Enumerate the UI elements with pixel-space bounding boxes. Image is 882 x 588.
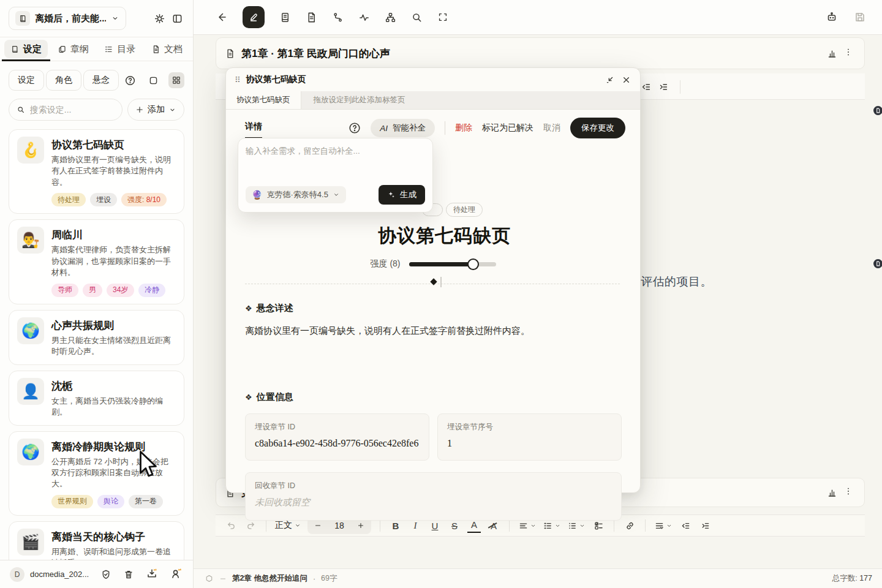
slider-knob[interactable] [467, 258, 479, 270]
member-crown-icon[interactable] [170, 567, 183, 582]
export-crown-icon[interactable] [146, 567, 159, 582]
username: docmedia_202... [30, 570, 89, 579]
undo-button[interactable] [224, 518, 238, 533]
setting-card[interactable]: 🌍 心声共振规则 男主只能在女主情绪强烈且近距离时听见心声。 [9, 310, 184, 365]
suspense-body[interactable]: 离婚协议里有一页编号缺失，说明有人在正式签字前替换过附件内容。 [245, 324, 621, 338]
outdent-button[interactable] [679, 518, 692, 533]
workspace-switcher[interactable]: 离婚后，前夫能... [9, 7, 126, 30]
tab-docs[interactable]: 文档 [145, 40, 189, 58]
buried-chapter-order-field[interactable]: 埋设章节序号 1 [437, 413, 622, 461]
tag-badge: 世界规则 [51, 495, 93, 508]
shield-check-icon[interactable] [100, 569, 111, 580]
tab-toc[interactable]: 目录 [98, 40, 141, 58]
generate-button[interactable]: 生成 [379, 185, 425, 205]
dialog-tab-drop-hint[interactable]: 拖放设定到此处添加标签页 [301, 91, 418, 109]
divider [380, 519, 380, 532]
recycle-chapter-id-field[interactable]: 回收章节 ID 未回收或留空 [245, 472, 622, 521]
help-button[interactable] [122, 72, 138, 88]
tag-badge: 舆论 [97, 495, 124, 508]
dialog-tab[interactable]: 协议第七码缺页 [226, 91, 301, 109]
minimize-button[interactable] [605, 75, 615, 85]
ai-autocomplete-button[interactable]: AI智能补全 [371, 119, 435, 137]
workspace-title: 离婚后，前夫能... [35, 13, 106, 24]
filter-characters[interactable]: 角色 [46, 70, 81, 91]
detail-tab[interactable]: 详情 [245, 121, 262, 135]
tab-outline[interactable]: 章纲 [51, 40, 95, 58]
sidebar-header: 离婚后，前夫能... [0, 0, 193, 37]
current-chapter-label[interactable]: 第2章 他忽然开始追问 [232, 573, 307, 584]
settings-gear-button[interactable] [154, 13, 165, 24]
ai-request-input[interactable] [246, 146, 425, 185]
buried-chapter-id-field[interactable]: 埋设章节 ID c8ab6a14-e902-458d-9776-056ec42e… [245, 413, 429, 461]
pages-icon [58, 45, 67, 54]
edit-mode-button[interactable] [243, 6, 265, 28]
back-button[interactable] [216, 11, 228, 23]
search-box [9, 99, 123, 121]
chapter1-header[interactable]: 第1章 · 第1章 民政局门口的心声 [216, 37, 865, 69]
add-setting-button[interactable]: 添加 [127, 99, 184, 121]
annotation-marker-icon[interactable] [873, 259, 882, 268]
notebook-view-button[interactable] [279, 12, 291, 23]
activity-view-button[interactable] [358, 12, 370, 23]
link-button[interactable] [623, 518, 636, 533]
ai-complete-popup: 🔮 克劳德·索奈特4.5 生成 [238, 138, 433, 213]
setting-heading[interactable]: 协议第七码缺页 [378, 224, 511, 249]
setting-card[interactable]: 🪝 协议第七码缺页 离婚协议里有一页编号缺失，说明有人在正式签字前替换过附件内容… [9, 129, 184, 214]
close-button[interactable] [621, 75, 631, 85]
paragraph-style-select[interactable]: 正文 [275, 520, 301, 531]
filter-suspense[interactable]: 悬念 [83, 70, 119, 91]
strength-slider[interactable] [409, 262, 496, 266]
delete-button[interactable]: 删除 [455, 123, 472, 134]
filter-settings[interactable]: 设定 [9, 70, 44, 91]
divider [680, 80, 680, 94]
status-bar: 第2章 他忽然开始追问 · 69字 总字数: 177 [194, 568, 882, 588]
more-menu-icon[interactable] [843, 486, 853, 499]
tag-badge: 埋设 [90, 193, 117, 206]
setting-card[interactable]: 🎬 离婚当天的核心钩子 用离婚、误听和追问形成第一卷追读抓手。 [9, 521, 184, 560]
annotation-marker-icon[interactable] [873, 106, 882, 115]
collapse-panel-button[interactable] [172, 13, 183, 24]
tab-settings[interactable]: 设定 [4, 40, 48, 58]
word-stats-icon[interactable] [827, 48, 837, 59]
font-size-value: 18 [333, 521, 345, 530]
sidebar-controls: 设定 角色 悬念 [0, 61, 193, 121]
word-stats-icon[interactable] [827, 488, 837, 498]
book-icon [10, 45, 20, 54]
outdent-icon[interactable] [641, 81, 652, 92]
document-view-button[interactable] [306, 12, 317, 23]
save-button[interactable] [854, 11, 866, 23]
search-input[interactable] [30, 105, 115, 115]
divider [445, 121, 445, 135]
plus-icon [135, 105, 144, 114]
indent-icon[interactable] [658, 81, 669, 92]
card-desc: 女主，离婚当天仍强装冷静的编剧。 [51, 396, 176, 418]
indent-button[interactable] [698, 518, 712, 533]
trash-icon[interactable] [123, 569, 134, 580]
help-icon[interactable] [349, 122, 361, 134]
list-icon [104, 45, 113, 54]
mark-resolved-button[interactable]: 标记为已解决 [482, 123, 533, 134]
editor-text-fragment: 评估的项目。 [641, 274, 712, 290]
document-icon [151, 45, 160, 54]
more-menu-icon[interactable] [843, 47, 853, 59]
branch-view-button[interactable] [332, 12, 344, 23]
ai-robot-button[interactable] [826, 11, 838, 23]
save-changes-button[interactable]: 保存更改 [570, 118, 625, 138]
search-button[interactable] [411, 12, 423, 23]
line-spacing-select[interactable] [654, 518, 673, 533]
drag-handle-icon[interactable]: ⠿ [235, 75, 240, 85]
setting-card[interactable]: 👤 沈栀 女主，离婚当天仍强装冷静的编剧。 [9, 371, 184, 426]
pencil-icon [248, 12, 259, 23]
grid-view-button[interactable] [168, 72, 184, 88]
status-badge: 待处理 [51, 193, 86, 206]
dialog-title: 协议第七码缺页 [246, 74, 598, 85]
model-select[interactable]: 🔮 克劳德·索奈特4.5 [246, 186, 346, 203]
setting-card[interactable]: 👨‍⚖️ 周临川 离婚案代理律师，负责替女主拆解协议漏洞，也掌握顾家旧案的一手材… [9, 219, 184, 304]
cancel-button[interactable]: 取消 [543, 123, 560, 134]
dialog-header[interactable]: ⠿ 协议第七码缺页 [226, 68, 640, 91]
fullscreen-button[interactable] [437, 12, 448, 23]
strength-badge: 强度: 8/10 [121, 193, 167, 206]
relationship-view-button[interactable] [385, 12, 396, 23]
list-view-button[interactable] [145, 72, 161, 88]
strength-slider-row: 强度 (8) [226, 258, 640, 270]
